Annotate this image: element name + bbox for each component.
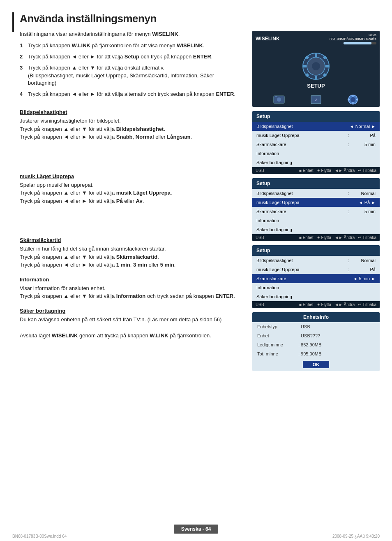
content-area: Inställningarna visar användarinställnin… xyxy=(12,31,380,371)
section-information-body: Visar information för ansluten enhet. Tr… xyxy=(20,284,242,300)
setup-1-label-musik: musik Läget Upprepa xyxy=(256,133,346,138)
photo-icon xyxy=(272,94,286,105)
setup-2-sep-skarm: : xyxy=(346,209,351,214)
photo-icon-item: Photo xyxy=(272,94,286,107)
step-1-text: Tryck på knappen W.LINK på fjärrkontroll… xyxy=(28,42,204,50)
setup-2-tillbaka: ↩ Tillbaka xyxy=(358,235,376,240)
right-arrow-3[interactable]: ► xyxy=(371,276,376,281)
step-2: 2 Tryck på knappen ◄ eller ► för att väl… xyxy=(20,53,242,61)
step-4-num: 4 xyxy=(20,91,25,98)
section-musik-body: Spelar upp musikfiler upprepat. Tryck på… xyxy=(20,181,242,205)
svg-rect-13 xyxy=(275,96,277,97)
right-arrow-2[interactable]: ► xyxy=(371,200,376,205)
setup-3-val-musik: På xyxy=(351,267,376,272)
intro-prefix: Inställningarna visar användarinställnin… xyxy=(20,31,152,37)
setup-2-row-saker: Säker borttagning xyxy=(252,225,380,234)
setup-3-tillbaka: ↩ Tillbaka xyxy=(358,302,376,307)
setup-3-label-saker: Säker borttagning xyxy=(256,294,376,299)
section-saker-heading: Säker borttagning xyxy=(20,308,242,314)
setup-2-val-bildspel: Normal xyxy=(351,191,376,196)
setup-1-val-musik: På xyxy=(351,133,376,138)
photo-label: Photo xyxy=(274,107,284,107)
setup-2-footer-usb: USB xyxy=(256,235,264,240)
setup-1-title: Setup xyxy=(252,111,380,122)
left-arrow-3[interactable]: ◄ xyxy=(353,276,357,281)
setup-2-val-musik: På xyxy=(364,200,370,205)
setup-1-row-musik: musik Läget Upprepa : På xyxy=(252,131,380,140)
doc-footer-left: BN68-01783B-00Swe.indd 64 xyxy=(12,534,67,539)
setup-2-footer: USB ■ Enhet ✦ Flytta ◄► Ändra ↩ Tillbaka xyxy=(252,234,380,241)
setup-1-tillbaka: ↩ Tillbaka xyxy=(358,168,376,173)
setup-2-row-info: Information xyxy=(252,216,380,225)
step-1: 1 Tryck på knappen W.LINK på fjärrkontro… xyxy=(20,42,242,50)
setup-3-enhet: ■ Enhet xyxy=(299,302,314,307)
enhetsinfo-title: Enhetsinfo xyxy=(252,312,380,322)
setup-3-sep-bildspel: : xyxy=(346,258,351,263)
step-3: 3 Tryck på knappen ▲ eller ▼ för att väl… xyxy=(20,64,242,88)
left-arrow-2[interactable]: ◄ xyxy=(359,200,363,205)
svg-point-2 xyxy=(312,62,320,70)
musik-icon: ♪ xyxy=(309,94,323,105)
setup-3-flytta: ✦ Flytta xyxy=(317,302,331,307)
usb-bar-fill xyxy=(344,42,371,44)
svg-rect-4 xyxy=(315,76,317,79)
svg-rect-6 xyxy=(325,65,329,67)
storage-text: 851.98MB/995.00MB Gratis xyxy=(330,37,376,41)
intro-bold: WISELINK xyxy=(152,31,178,37)
page-number: Svenska - 64 xyxy=(174,525,219,534)
setup-3-footer-usb: USB xyxy=(256,302,264,307)
setup-3-sep-musik: : xyxy=(346,267,351,272)
enhet-row: Enhet : USB???? xyxy=(252,331,380,340)
setup-2-label-skarm: Skärmsläckare xyxy=(256,209,346,214)
usb-label: USB xyxy=(369,33,376,37)
setup-panel-3: Setup Bildspelshastighet : Normal musik … xyxy=(252,245,380,308)
setup-1-row-info: Information xyxy=(252,149,380,158)
setup-2-label-saker: Säker borttagning xyxy=(256,227,376,232)
section-skarm-body: Ställer in hur lång tid det ska gå innan… xyxy=(20,245,242,269)
page: Använda inställningsmenyn Inställningarn… xyxy=(0,0,392,541)
setup-3-row-bildspel: Bildspelshastighet : Normal xyxy=(252,256,380,265)
setup-1-footer: USB ■ Enhet ✦ Flytta ◄► Ändra ↩ Tillbaka xyxy=(252,167,380,174)
musik-icon-item: ♪ Musik xyxy=(309,94,323,107)
wiselink-title: WISELINK xyxy=(256,36,280,42)
left-arrow[interactable]: ◄ xyxy=(350,124,354,129)
section-skarm-heading: Skärmsläckartid xyxy=(20,237,242,243)
setup-1-andra: ◄► Ändra xyxy=(334,168,355,173)
enhet-value: : USB???? xyxy=(298,333,320,338)
setup-3-andra: ◄► Ändra xyxy=(334,302,355,307)
right-arrow[interactable]: ► xyxy=(371,124,376,129)
section-bildspelshastighet-body: Justerar visningshastigheten för bildspe… xyxy=(20,117,242,141)
enhetstyp-row: Enhetstyp : USB xyxy=(252,322,380,331)
setup-1-label-skarm: Skärmsläckare xyxy=(256,142,346,147)
setup-1-arrows-bildspel: ◄ Normal ► xyxy=(350,124,376,129)
setup-1-flytta: ✦ Flytta xyxy=(317,168,331,173)
tot-row: Tot. minne : 995.00MB xyxy=(252,349,380,358)
gear-large-icon xyxy=(302,52,330,81)
section-information-heading: Information xyxy=(20,276,242,283)
setup-panel-1: Setup Bildspelshastighet ◄ Normal ► musi… xyxy=(252,111,380,174)
setup-3-label-bildspel: Bildspelshastighet xyxy=(256,258,346,263)
svg-rect-3 xyxy=(315,53,317,57)
setup-3-row-saker: Säker borttagning xyxy=(252,292,380,301)
svg-rect-20 xyxy=(348,99,350,100)
setup-center-icon: SETUP xyxy=(302,52,330,89)
setup-1-row-saker: Säker borttagning xyxy=(252,158,380,167)
wiselink-panel: WISELINK USB 851.98MB/995.00MB Gratis xyxy=(252,31,380,107)
page-title: Använda inställningsmenyn xyxy=(20,12,380,25)
step-4: 4 Tryck på knappen ◄ eller ► för att väl… xyxy=(20,91,242,98)
svg-point-17 xyxy=(350,97,355,102)
setup-2-flytta: ✦ Flytta xyxy=(317,235,331,240)
setup-3-table: Bildspelshastighet : Normal musik Läget … xyxy=(252,256,380,301)
setup-3-label-musik: musik Läget Upprepa xyxy=(256,267,346,272)
setup-3-label-info: Information xyxy=(256,285,376,290)
setup-1-enhet: ■ Enhet xyxy=(299,168,314,173)
ok-button[interactable]: OK xyxy=(303,361,330,368)
setup-1-val-skarm: 5 min xyxy=(351,142,376,147)
intro-suffix: . xyxy=(178,31,180,37)
setup-1-row-skarm: Skärmsläckare : 5 min xyxy=(252,140,380,149)
enhetstyp-value: : USB xyxy=(298,324,310,329)
step-2-text: Tryck på knappen ◄ eller ► för att välja… xyxy=(28,53,212,61)
setup-1-label-info: Information xyxy=(256,151,376,156)
setup-1-sep-skarm: : xyxy=(346,142,351,147)
svg-rect-5 xyxy=(303,65,307,67)
